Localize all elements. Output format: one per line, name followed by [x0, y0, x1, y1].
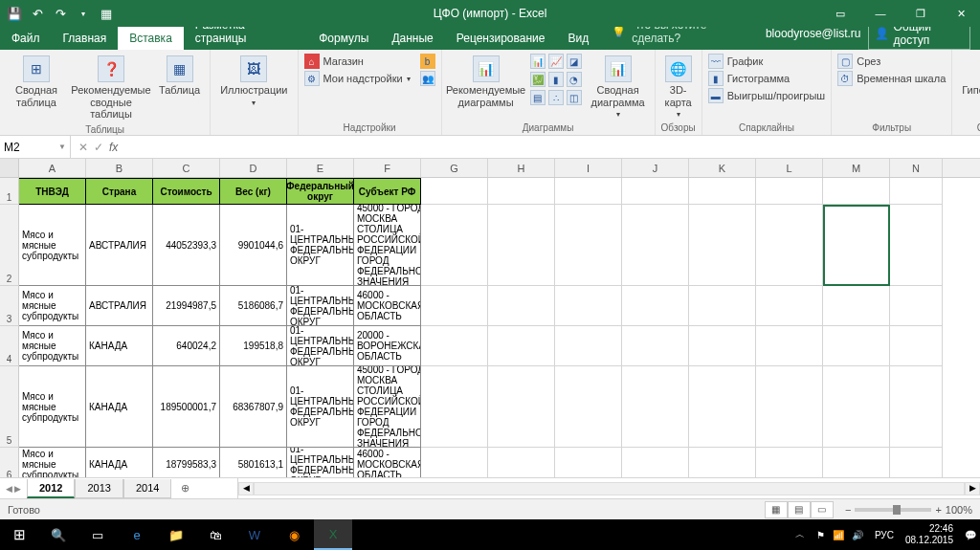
- stock-chart-icon[interactable]: 💹: [530, 72, 546, 87]
- cell[interactable]: 46000 - МОСКОВСКАЯ ОБЛАСТЬ: [354, 448, 421, 477]
- cell[interactable]: АВСТРАЛИЯ: [86, 286, 153, 326]
- row-header[interactable]: 2: [0, 205, 19, 286]
- cell[interactable]: [622, 205, 689, 286]
- cell[interactable]: [890, 205, 943, 286]
- word-app-icon[interactable]: W: [235, 519, 274, 550]
- cell[interactable]: [622, 448, 689, 477]
- edge-app-icon[interactable]: e: [118, 519, 156, 550]
- cell[interactable]: [421, 178, 488, 205]
- col-header[interactable]: A: [19, 159, 86, 177]
- start-button[interactable]: ⊞: [0, 519, 38, 550]
- cell[interactable]: [421, 326, 488, 366]
- view-pagebreak-icon[interactable]: ▭: [811, 501, 834, 518]
- line-chart-icon[interactable]: 📈: [548, 54, 564, 69]
- cell[interactable]: [555, 205, 622, 286]
- maximize-button[interactable]: ❐: [902, 0, 940, 27]
- cell[interactable]: КАНАДА: [86, 448, 153, 477]
- pie-chart-icon[interactable]: ◔: [567, 72, 582, 87]
- view-layout-icon[interactable]: ▤: [788, 501, 811, 518]
- hist-chart-icon[interactable]: ▮: [548, 72, 564, 87]
- ribbon-options-icon[interactable]: ▭: [821, 0, 859, 27]
- cell[interactable]: [689, 178, 756, 205]
- cell[interactable]: [421, 286, 488, 326]
- sheet-next-icon[interactable]: ▶: [14, 484, 21, 494]
- cell[interactable]: [890, 178, 943, 205]
- col-header[interactable]: K: [689, 159, 756, 177]
- volume-icon[interactable]: 🔊: [852, 530, 863, 540]
- sheet-tab[interactable]: 2013: [75, 479, 122, 498]
- cell[interactable]: [756, 178, 823, 205]
- cell[interactable]: Стоимость: [153, 178, 220, 205]
- bar-chart-icon[interactable]: ▤: [530, 90, 546, 105]
- cell[interactable]: [823, 326, 890, 366]
- cell[interactable]: ТНВЭД: [19, 178, 86, 205]
- cell[interactable]: КАНАДА: [86, 366, 153, 448]
- row-header[interactable]: 4: [0, 326, 19, 366]
- tree-chart-icon[interactable]: ◪: [567, 54, 582, 69]
- sheet-tab[interactable]: 2014: [123, 479, 171, 498]
- cell[interactable]: АВСТРАЛИЯ: [86, 205, 153, 286]
- cell[interactable]: [555, 326, 622, 366]
- select-all-corner[interactable]: [0, 159, 19, 177]
- cell[interactable]: [488, 326, 555, 366]
- cell[interactable]: 68367807,9: [220, 366, 287, 448]
- minimize-button[interactable]: —: [861, 0, 900, 27]
- qat-form-icon[interactable]: ▦: [100, 7, 113, 20]
- row-header[interactable]: 5: [0, 366, 19, 448]
- row-header[interactable]: 3: [0, 286, 19, 326]
- clock[interactable]: 22:4608.12.2015: [905, 523, 953, 546]
- zoom-level[interactable]: 100%: [946, 504, 972, 516]
- sparkline-hist-button[interactable]: ▮Гистограмма: [708, 71, 826, 86]
- language-indicator[interactable]: РУС: [875, 530, 894, 540]
- app-icon[interactable]: ◉: [275, 519, 313, 550]
- cell[interactable]: Субъект РФ: [354, 178, 421, 205]
- cell[interactable]: [689, 286, 756, 326]
- column-chart-icon[interactable]: 📊: [530, 54, 546, 69]
- cell[interactable]: [488, 448, 555, 477]
- cell[interactable]: [756, 326, 823, 366]
- col-header[interactable]: M: [823, 159, 890, 177]
- notifications-icon[interactable]: 💬: [965, 530, 976, 540]
- cell[interactable]: [421, 205, 488, 286]
- accept-icon[interactable]: ✓: [94, 141, 103, 154]
- cell[interactable]: [823, 448, 890, 477]
- sheet-add-button[interactable]: ⊕: [171, 480, 199, 496]
- cell[interactable]: Федеральный округ: [287, 178, 354, 205]
- col-header[interactable]: F: [354, 159, 421, 177]
- tab-Вставка[interactable]: Вставка: [118, 27, 184, 50]
- cell[interactable]: 18799583,3: [153, 448, 220, 477]
- hyperlink-button[interactable]: 🔗Гиперссылка: [958, 54, 980, 99]
- row-header[interactable]: 6: [0, 448, 19, 477]
- cell[interactable]: [555, 178, 622, 205]
- cell[interactable]: [622, 366, 689, 448]
- cell[interactable]: [622, 178, 689, 205]
- cell[interactable]: Страна: [86, 178, 153, 205]
- slicer-button[interactable]: ▢Срез: [837, 54, 946, 69]
- cell[interactable]: 01-ЦЕНТРАЛЬНЫЙ ФЕДЕРАЛЬНЫЙ ОКРУГ: [287, 326, 354, 366]
- cell[interactable]: [689, 326, 756, 366]
- cell[interactable]: 44052393,3: [153, 205, 220, 286]
- cell[interactable]: [756, 366, 823, 448]
- worksheet[interactable]: ABCDEFGHIJKLMN 1ТНВЭДСтранаСтоимостьВес …: [0, 159, 980, 477]
- tab-Данные[interactable]: Данные: [380, 27, 444, 50]
- cell[interactable]: [555, 286, 622, 326]
- cell[interactable]: [555, 448, 622, 477]
- cell[interactable]: [689, 205, 756, 286]
- redo-icon[interactable]: ↷: [54, 7, 67, 20]
- hscroll-track[interactable]: [254, 482, 965, 495]
- cell[interactable]: Мясо и мясные субпродукты: [19, 326, 86, 366]
- col-header[interactable]: C: [153, 159, 220, 177]
- col-header[interactable]: B: [86, 159, 153, 177]
- cell[interactable]: 9901044,6: [220, 205, 287, 286]
- cell[interactable]: [421, 448, 488, 477]
- zoom-out-icon[interactable]: −: [845, 504, 851, 516]
- close-button[interactable]: ✕: [942, 0, 980, 27]
- cell[interactable]: 45000 - ГОРОД МОСКВА СТОЛИЦА РОССИЙСКОЙ …: [354, 366, 421, 448]
- view-normal-icon[interactable]: ▦: [765, 501, 788, 518]
- cell[interactable]: 640024,2: [153, 326, 220, 366]
- cell[interactable]: Мясо и мясные субпродукты: [19, 286, 86, 326]
- col-header[interactable]: N: [890, 159, 943, 177]
- tab-Главная[interactable]: Главная: [52, 27, 119, 50]
- hscroll-right-icon[interactable]: ▶: [965, 482, 980, 495]
- cell[interactable]: 01-ЦЕНТРАЛЬНЫЙ ФЕДЕРАЛЬНЫЙ ОКРУГ: [287, 366, 354, 448]
